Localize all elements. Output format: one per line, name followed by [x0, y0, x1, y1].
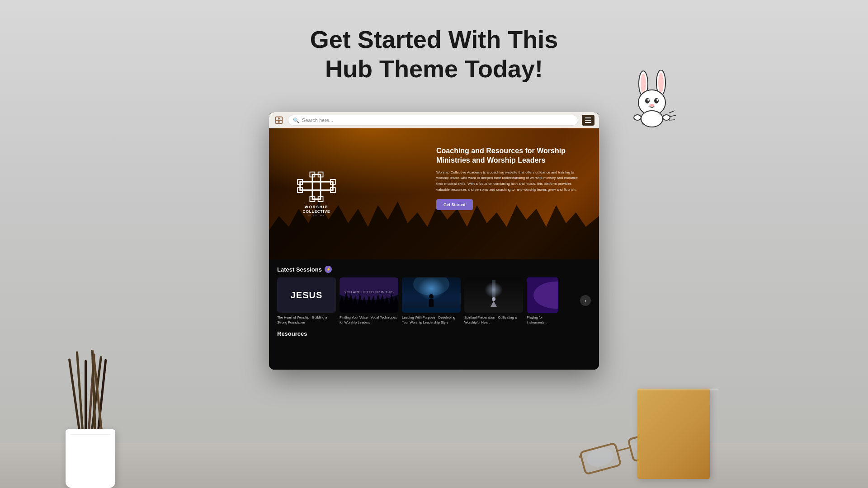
- session-thumbnail-4: [464, 277, 523, 313]
- session-card-2[interactable]: YOU ARE LIFTED UP IN THIS Finding Your V…: [340, 277, 398, 325]
- session-label-1: The Heart of Worship - Building a Strong…: [277, 315, 336, 325]
- lightning-icon: ⚡: [326, 267, 331, 272]
- mascot: [628, 70, 678, 131]
- hamburger-line-1: [585, 117, 591, 118]
- heading-line2: Hub Theme Today!: [310, 54, 558, 84]
- menu-button[interactable]: [582, 115, 594, 126]
- svg-point-7: [647, 99, 649, 101]
- get-started-button[interactable]: Get Started: [436, 199, 473, 210]
- svg-line-14: [670, 115, 676, 117]
- session-label-4: Spiritual Preparation - Cultivating a Wo…: [464, 315, 523, 325]
- hamburger-line-2: [585, 120, 591, 121]
- wood-block: [637, 389, 719, 488]
- hero-content: Coaching and Resources for Worship Minis…: [436, 146, 585, 210]
- session-label-5: Playing for Instruments...: [527, 315, 558, 325]
- browser-window: 🔍 Search here...: [269, 112, 599, 370]
- svg-point-10: [641, 111, 663, 127]
- svg-point-19: [585, 445, 615, 469]
- svg-line-18: [617, 447, 630, 451]
- session-thumbnail-3: [402, 277, 461, 313]
- session-thumbnail-2: YOU ARE LIFTED UP IN THIS: [340, 277, 398, 313]
- hamburger-line-3: [585, 122, 591, 123]
- site-logo: [274, 115, 284, 126]
- purple-thumb: [527, 277, 558, 313]
- session-label-3: Leading With Purpose - Developing Your W…: [402, 315, 461, 325]
- session-thumbnail-1: JESUS: [277, 277, 336, 313]
- svg-point-27: [278, 122, 279, 122]
- address-bar[interactable]: 🔍 Search here...: [288, 115, 578, 126]
- svg-text:WORSHIP: WORSHIP: [305, 205, 328, 209]
- svg-point-1: [641, 74, 646, 94]
- stage-blue-thumb: [402, 277, 461, 313]
- resources-section: Resources: [277, 329, 591, 338]
- svg-point-8: [656, 99, 658, 101]
- jesus-thumb: JESUS: [277, 277, 336, 313]
- jesus-text: JESUS: [291, 290, 323, 300]
- latest-sessions-title: Latest Sessions: [277, 266, 322, 273]
- svg-text:COLLECTIVE: COLLECTIVE: [303, 210, 330, 214]
- main-heading: Get Started With This Hub Theme Today!: [310, 25, 558, 84]
- svg-point-6: [654, 98, 659, 103]
- svg-point-3: [658, 73, 664, 93]
- session-card-3[interactable]: Leading With Purpose - Developing Your W…: [402, 277, 461, 325]
- svg-line-13: [669, 111, 675, 113]
- resources-title: Resources: [277, 330, 307, 337]
- dark-stage-thumb: [464, 277, 523, 313]
- crowd-thumb: YOU ARE LIFTED UP IN THIS: [340, 277, 398, 313]
- svg-point-12: [663, 115, 670, 120]
- svg-rect-47: [429, 299, 434, 307]
- search-placeholder: Search here...: [302, 117, 333, 123]
- main-content: Latest Sessions ⚡ JESUS The Heart of Wor…: [269, 259, 599, 370]
- latest-sessions-header: Latest Sessions ⚡: [277, 266, 591, 273]
- search-icon: 🔍: [293, 117, 299, 123]
- svg-rect-28: [312, 174, 321, 199]
- session-thumbnail-5: [527, 277, 558, 313]
- hero-description: Worship Collective Academy is a coaching…: [436, 170, 585, 193]
- svg-point-11: [634, 115, 641, 120]
- heading-line1: Get Started With This: [310, 25, 558, 54]
- session-card-1[interactable]: JESUS The Heart of Worship - Building a …: [277, 277, 336, 325]
- hero-section: WORSHIP COLLECTIVE ACADEMY Coaching and …: [269, 128, 599, 259]
- sessions-row: JESUS The Heart of Worship - Building a …: [277, 277, 591, 325]
- svg-point-46: [429, 294, 434, 299]
- svg-text:YOU ARE LIFTED UP IN THIS: YOU ARE LIFTED UP IN THIS: [344, 290, 393, 294]
- pencil-cup-decoration: [45, 316, 136, 488]
- browser-chrome: 🔍 Search here...: [269, 112, 599, 128]
- next-arrow-button[interactable]: ›: [580, 295, 591, 306]
- svg-line-15: [669, 120, 675, 120]
- svg-point-26: [278, 118, 279, 119]
- svg-point-9: [650, 104, 654, 107]
- svg-text:ACADEMY: ACADEMY: [307, 214, 326, 216]
- session-label-2: Finding Your Voice - Vocal Techniques fo…: [340, 315, 398, 325]
- svg-rect-29: [300, 182, 333, 190]
- hero-logo: WORSHIP COLLECTIVE ACADEMY: [287, 170, 346, 217]
- svg-rect-48: [402, 308, 461, 313]
- svg-point-50: [492, 297, 495, 301]
- svg-point-5: [645, 98, 650, 103]
- lightning-badge: ⚡: [325, 266, 332, 273]
- hero-title: Coaching and Resources for Worship Minis…: [436, 146, 585, 165]
- session-card-4[interactable]: Spiritual Preparation - Cultivating a Wo…: [464, 277, 523, 325]
- session-card-5[interactable]: Playing for Instruments...: [527, 277, 558, 325]
